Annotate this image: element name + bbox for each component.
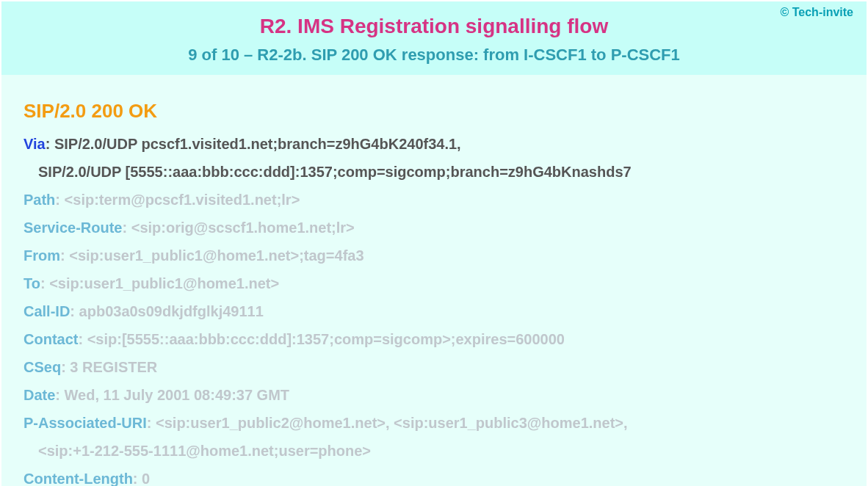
sip-pau-line1: P-Associated-URI: <sip:user1_public2@hom… [23,412,845,434]
sip-path-line: Path: <sip:term@pcscf1.visited1.net;lr> [23,189,845,211]
sip-path-val: <sip:term@pcscf1.visited1.net;lr> [60,192,300,208]
sip-pau-val1: <sip:user1_public2@home1.net>, <sip:user… [151,415,627,431]
sip-to-key: To [23,275,40,291]
page-subtitle: 9 of 10 – R2-2b. SIP 200 OK response: fr… [9,46,859,65]
document-wrapper: © Tech-invite R2. IMS Registration signa… [0,0,868,486]
sip-cseq-line: CSeq: 3 REGISTER [23,356,845,378]
sip-date-val: Wed, 11 July 2001 08:49:37 GMT [60,387,289,403]
sip-from-key: From [23,247,60,264]
sip-to-line: To: <sip:user1_public1@home1.net> [23,272,845,294]
sip-date-line: Date: Wed, 11 July 2001 08:49:37 GMT [23,384,845,406]
sip-from-line: From: <sip:user1_public1@home1.net>;tag=… [23,244,845,266]
sip-call-id-key: Call-ID [23,303,70,319]
sip-path-key: Path [23,192,55,208]
sip-cseq-val: 3 REGISTER [66,359,157,375]
sip-call-id-val: apb03a0s09dkjdfglkj49111 [75,303,264,319]
sip-cseq-key: CSeq [23,359,61,375]
sip-pau-val2: <sip:+1-212-555-1111@home1.net;user=phon… [38,443,371,459]
sip-contact-key: Contact [23,331,78,347]
sip-content-length-key: Content-Length [23,471,133,486]
sip-from-val: <sip:user1_public1@home1.net>;tag=4fa3 [65,247,364,264]
sip-service-route-line: Service-Route: <sip:orig@scscf1.home1.ne… [23,217,845,239]
sip-via-line1: Via: SIP/2.0/UDP pcscf1.visited1.net;bra… [23,133,845,155]
sip-via-val1: SIP/2.0/UDP pcscf1.visited1.net;branch=z… [50,136,460,152]
sip-via-line2: SIP/2.0/UDP [5555::aaa:bbb:ccc:ddd]:1357… [23,161,845,183]
sip-content-length-val: 0 [138,471,151,486]
sip-via-val2: SIP/2.0/UDP [5555::aaa:bbb:ccc:ddd]:1357… [38,164,632,180]
sip-contact-line: Contact: <sip:[5555::aaa:bbb:ccc:ddd]:13… [23,328,845,350]
sip-status-line: SIP/2.0 200 OK [23,100,845,123]
sip-service-route-key: Service-Route [23,220,123,236]
page-title: R2. IMS Registration signalling flow [9,15,859,38]
sip-date-key: Date [23,387,55,403]
sip-message-body: SIP/2.0 200 OK Via: SIP/2.0/UDP pcscf1.v… [1,75,867,486]
sip-contact-val: <sip:[5555::aaa:bbb:ccc:ddd]:1357;comp=s… [83,331,565,347]
sip-via-key: Via [23,136,46,152]
sip-service-route-val: <sip:orig@scscf1.home1.net;lr> [127,220,355,236]
header-band: © Tech-invite R2. IMS Registration signa… [1,1,867,75]
sip-call-id-line: Call-ID: apb03a0s09dkjdfglkj49111 [23,300,845,322]
sip-pau-line2: <sip:+1-212-555-1111@home1.net;user=phon… [23,440,845,462]
copyright-badge: © Tech-invite [780,6,853,19]
sip-to-val: <sip:user1_public1@home1.net> [46,275,280,291]
sip-content-length-line: Content-Length: 0 [23,468,845,486]
sip-pau-key: P-Associated-URI [23,415,147,431]
